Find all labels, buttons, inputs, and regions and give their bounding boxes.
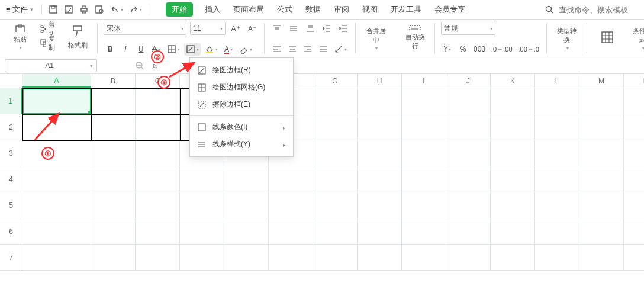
conditional-format-button[interactable]: 条件格式 bbox=[629, 22, 644, 50]
dd-line-style[interactable]: 线条样式(Y) bbox=[190, 136, 293, 153]
currency-button[interactable]: ¥ bbox=[441, 43, 454, 56]
col-header-B[interactable]: B bbox=[91, 74, 136, 88]
cell[interactable] bbox=[402, 166, 446, 192]
cell[interactable] bbox=[313, 166, 358, 192]
cell[interactable] bbox=[446, 245, 491, 271]
cell[interactable] bbox=[313, 192, 358, 218]
cell[interactable] bbox=[180, 166, 224, 192]
draw-border-button[interactable] bbox=[184, 43, 201, 56]
cell[interactable] bbox=[91, 114, 136, 140]
cell[interactable] bbox=[224, 218, 269, 245]
align-right-button[interactable] bbox=[301, 43, 314, 56]
tab-data[interactable]: 数据 bbox=[304, 2, 322, 17]
cell[interactable] bbox=[91, 245, 136, 271]
cell[interactable] bbox=[136, 218, 180, 245]
cell[interactable] bbox=[579, 114, 624, 140]
cell-styles-button[interactable] bbox=[593, 22, 622, 50]
cell[interactable] bbox=[136, 192, 180, 218]
cell[interactable] bbox=[91, 88, 136, 114]
dd-line-color[interactable]: 线条颜色(I) bbox=[190, 118, 293, 136]
cell[interactable] bbox=[535, 245, 579, 271]
cell[interactable] bbox=[22, 218, 91, 245]
cell-grid[interactable] bbox=[22, 88, 644, 271]
align-center-button[interactable] bbox=[286, 43, 299, 56]
cell[interactable] bbox=[91, 140, 136, 166]
file-menu[interactable]: ≡ 文件 ▾ bbox=[2, 2, 37, 17]
bold-button[interactable]: B bbox=[104, 43, 117, 56]
save-button[interactable] bbox=[47, 3, 60, 16]
cell[interactable] bbox=[358, 114, 402, 140]
cell[interactable] bbox=[579, 245, 624, 271]
cell[interactable] bbox=[269, 218, 313, 245]
cell[interactable] bbox=[491, 140, 535, 166]
clear-format-button[interactable] bbox=[237, 43, 254, 56]
orientation-button[interactable] bbox=[332, 43, 349, 56]
fill-color-button[interactable] bbox=[203, 43, 220, 56]
cell[interactable] bbox=[180, 245, 224, 271]
cell[interactable] bbox=[22, 245, 91, 271]
cell[interactable] bbox=[224, 192, 269, 218]
align-middle-button[interactable] bbox=[287, 22, 300, 35]
cell[interactable] bbox=[491, 245, 535, 271]
cell[interactable] bbox=[624, 140, 644, 166]
col-header-N[interactable]: N bbox=[624, 74, 644, 88]
command-search[interactable] bbox=[545, 5, 642, 15]
comma-button[interactable]: 000 bbox=[472, 43, 487, 56]
cell[interactable] bbox=[624, 88, 644, 114]
cell[interactable] bbox=[446, 140, 491, 166]
cell[interactable] bbox=[491, 88, 535, 114]
underline-button[interactable]: U bbox=[134, 43, 147, 56]
cell[interactable] bbox=[402, 88, 446, 114]
cell[interactable] bbox=[402, 218, 446, 245]
col-header-G[interactable]: G bbox=[313, 74, 358, 88]
tab-member[interactable]: 会员专享 bbox=[433, 2, 466, 17]
cell[interactable] bbox=[579, 218, 624, 245]
increase-indent-button[interactable] bbox=[337, 22, 350, 35]
print-button[interactable] bbox=[78, 3, 91, 16]
cell[interactable] bbox=[535, 166, 579, 192]
cell[interactable] bbox=[358, 88, 402, 114]
col-header-M[interactable]: M bbox=[579, 74, 624, 88]
row-header-1[interactable]: 1 bbox=[0, 88, 22, 114]
col-header-J[interactable]: J bbox=[446, 74, 491, 88]
cell[interactable] bbox=[136, 88, 180, 114]
border-button[interactable] bbox=[165, 43, 182, 56]
merge-center-button[interactable]: 合并居中 bbox=[362, 22, 390, 50]
cell[interactable] bbox=[91, 218, 136, 245]
row-header-6[interactable]: 6 bbox=[0, 218, 22, 245]
search-input[interactable] bbox=[558, 5, 635, 15]
cell[interactable] bbox=[136, 166, 180, 192]
row-header-3[interactable]: 3 bbox=[0, 140, 22, 166]
row-header-4[interactable]: 4 bbox=[0, 166, 22, 192]
cell[interactable] bbox=[624, 166, 644, 192]
align-bottom-button[interactable] bbox=[304, 22, 317, 35]
cell[interactable] bbox=[224, 245, 269, 271]
cell[interactable] bbox=[91, 166, 136, 192]
cell[interactable] bbox=[358, 192, 402, 218]
dd-draw-border[interactable]: 绘图边框(R) bbox=[190, 62, 293, 79]
font-size-select[interactable]: 11▾ bbox=[190, 22, 226, 35]
dd-draw-grid[interactable]: 绘图边框网格(G) bbox=[190, 79, 293, 96]
col-header-A[interactable]: A bbox=[22, 74, 91, 88]
cell[interactable] bbox=[402, 114, 446, 140]
cell[interactable] bbox=[22, 166, 91, 192]
decrease-decimal-button[interactable]: .00→.0 bbox=[517, 43, 541, 56]
cell[interactable] bbox=[491, 192, 535, 218]
cell[interactable] bbox=[313, 88, 358, 114]
cell[interactable] bbox=[91, 192, 136, 218]
tab-formula[interactable]: 公式 bbox=[276, 2, 294, 17]
draw-border-dropdown[interactable]: 绘图边框(R) 绘图边框网格(G) 擦除边框(E) 线条颜色(I) 线条样式(Y… bbox=[189, 57, 294, 157]
tab-dev-tools[interactable]: 开发工具 bbox=[389, 2, 423, 17]
cell[interactable] bbox=[313, 140, 358, 166]
cell[interactable] bbox=[269, 166, 313, 192]
cell[interactable] bbox=[446, 88, 491, 114]
name-box[interactable]: A1 ▾ bbox=[5, 59, 97, 72]
cell[interactable] bbox=[491, 166, 535, 192]
row-header-7[interactable]: 7 bbox=[0, 245, 22, 271]
cell[interactable] bbox=[358, 245, 402, 271]
row-header-5[interactable]: 5 bbox=[0, 192, 22, 218]
tab-start[interactable]: 开始 bbox=[166, 2, 193, 17]
type-convert-button[interactable]: 类型转换 bbox=[553, 22, 581, 50]
cell[interactable] bbox=[446, 166, 491, 192]
cell[interactable] bbox=[535, 218, 579, 245]
